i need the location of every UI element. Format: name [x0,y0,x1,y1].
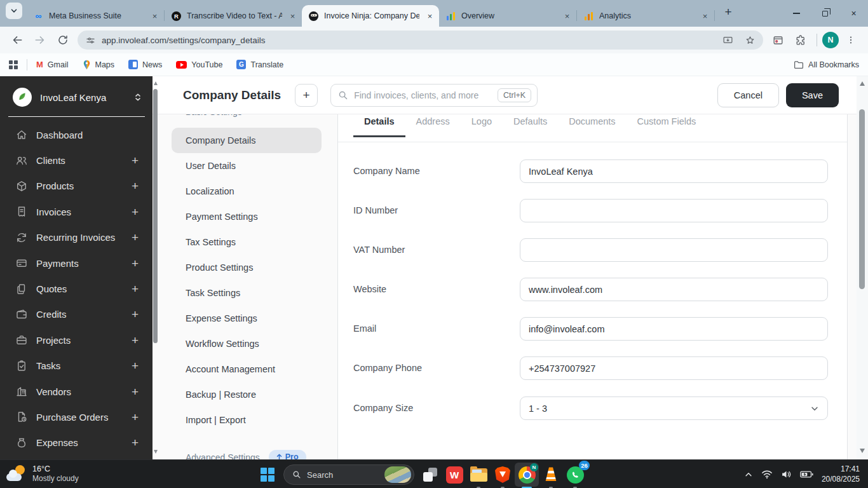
save-button[interactable]: Save [786,83,839,107]
browser-tab-invoice-ninja[interactable]: Invoice Ninja: Company Deta × [302,5,439,27]
browser-tab-transcribe[interactable]: R Transcribe Video to Text - AI × [165,5,302,27]
add-task-button[interactable]: + [132,360,139,372]
sidebar-item-products[interactable]: Products + [0,173,153,199]
settings-item-payment-settings[interactable]: Payment Settings [153,204,337,229]
settings-item-expense-settings[interactable]: Expense Settings [153,306,337,331]
scroll-down-arrow[interactable] [154,450,158,454]
brave-browser-app[interactable] [491,463,515,487]
browser-tab-overview[interactable]: Overview × [439,5,576,27]
company-name-input[interactable] [520,159,828,183]
add-client-button[interactable]: + [132,154,139,166]
whatsapp-app[interactable]: 26 [563,463,587,487]
pro-upgrade-badge[interactable]: Pro [269,450,306,459]
tab-search-button[interactable] [6,3,22,19]
bookmark-news[interactable]: News [128,60,162,69]
sidebar-item-credits[interactable]: Credits + [0,302,153,327]
volume-icon[interactable] [781,470,792,479]
add-payment-button[interactable]: + [132,257,139,269]
extensions-button[interactable] [790,29,811,51]
add-settings-button[interactable]: + [295,84,318,107]
taskbar-weather-widget[interactable]: 16°C Mostly cloudy [6,464,79,484]
browser-tab-analytics[interactable]: Analytics × [577,5,714,27]
taskbar-clock[interactable]: 17:41 20/08/2025 [822,464,860,484]
sidebar-item-clients[interactable]: Clients + [0,147,153,173]
id-number-input[interactable] [520,199,828,222]
address-bar[interactable]: app.involeaf.com/settings/company_detail… [78,30,763,50]
tab-close-button[interactable]: × [562,11,573,22]
wps-office-app[interactable]: W [442,463,466,487]
add-recurring-invoice-button[interactable]: + [132,231,139,243]
task-view-button[interactable] [418,463,442,487]
add-quote-button[interactable]: + [132,283,139,295]
add-product-button[interactable]: + [132,180,139,192]
window-restore-button[interactable] [811,0,839,27]
tab-address[interactable]: Address [405,116,461,137]
sidebar-item-expenses[interactable]: Expenses + [0,430,153,456]
global-search-input[interactable] [354,90,492,100]
settings-item-task-settings[interactable]: Task Settings [153,280,337,306]
taskbar-search[interactable]: Search [283,464,414,485]
scrollbar-thumb[interactable] [859,109,865,289]
tab-close-button[interactable]: × [424,11,435,22]
settings-item-company-details[interactable]: Company Details [172,128,322,153]
bookmark-star-button[interactable] [742,32,758,48]
window-close-button[interactable]: × [839,0,868,27]
battery-icon[interactable] [800,470,813,478]
settings-item-tax-settings[interactable]: Tax Settings [153,229,337,255]
chrome-app-active[interactable]: N [515,463,539,487]
cancel-button[interactable]: Cancel [717,83,779,107]
bookmark-translate[interactable]: G Translate [236,60,283,69]
tab-close-button[interactable]: × [149,11,160,22]
settings-section-advanced[interactable]: Advanced Settings Pro [186,450,306,459]
window-minimize-button[interactable] [782,0,811,27]
bookmark-gmail[interactable]: M Gmail [36,60,69,69]
company-phone-input[interactable] [520,356,828,380]
apps-grid-button[interactable] [9,60,18,69]
reload-button[interactable] [52,29,74,51]
tab-details[interactable]: Details [353,116,405,137]
install-app-button[interactable] [719,32,736,48]
browser-menu-button[interactable] [840,29,862,51]
add-purchase-order-button[interactable]: + [132,411,139,423]
wifi-icon[interactable] [761,470,773,479]
tab-close-button[interactable]: × [700,11,710,22]
bookmark-youtube[interactable]: YouTube [176,60,222,69]
new-tab-button[interactable]: + [719,3,738,22]
sidebar-item-vendors[interactable]: Vendors + [0,379,153,404]
sidebar-item-purchase-orders[interactable]: Purchase Orders + [0,404,153,430]
add-credit-button[interactable]: + [132,308,139,320]
settings-item-workflow-settings[interactable]: Workflow Settings [153,331,337,356]
settings-item-import-export[interactable]: Import | Export [153,407,337,433]
scroll-down-arrow[interactable] [860,449,865,453]
sidebar-item-quotes[interactable]: Quotes + [0,276,153,301]
scroll-up-arrow[interactable] [154,81,158,85]
profile-avatar[interactable]: N [822,32,839,48]
add-vendor-button[interactable]: + [132,386,139,398]
tray-expand-chevron[interactable] [744,470,753,479]
settings-item-user-details[interactable]: User Details [153,153,337,179]
global-search[interactable]: Ctrl+K [330,84,538,107]
company-size-select[interactable]: 1 - 3 [520,396,828,420]
sidebar-item-projects[interactable]: Projects + [0,327,153,353]
website-input[interactable] [520,278,828,301]
start-button[interactable] [255,463,280,487]
scrollbar-thumb[interactable] [153,89,158,343]
tab-close-button[interactable]: × [287,11,298,22]
add-expense-button[interactable]: + [132,437,139,449]
settings-item-localization[interactable]: Localization [153,179,337,204]
tab-logo[interactable]: Logo [461,116,503,137]
file-explorer-app[interactable] [466,463,491,487]
settings-item-product-settings[interactable]: Product Settings [153,255,337,280]
add-project-button[interactable]: + [132,334,139,346]
email-input[interactable] [520,317,828,341]
forward-button[interactable] [29,29,51,51]
page-scrollbar[interactable] [857,76,868,459]
sidebar-item-dashboard[interactable]: Dashboard [0,122,153,147]
vlc-app[interactable] [539,463,563,487]
sidebar-item-invoices[interactable]: Invoices + [0,199,153,224]
vat-number-input[interactable] [520,238,828,262]
browser-tab-meta[interactable]: ∞ Meta Business Suite × [27,5,164,27]
tab-documents[interactable]: Documents [558,116,626,137]
sidebar-item-recurring-invoices[interactable]: Recurring Invoices + [0,225,153,250]
sidebar-item-payments[interactable]: Payments + [0,250,153,276]
